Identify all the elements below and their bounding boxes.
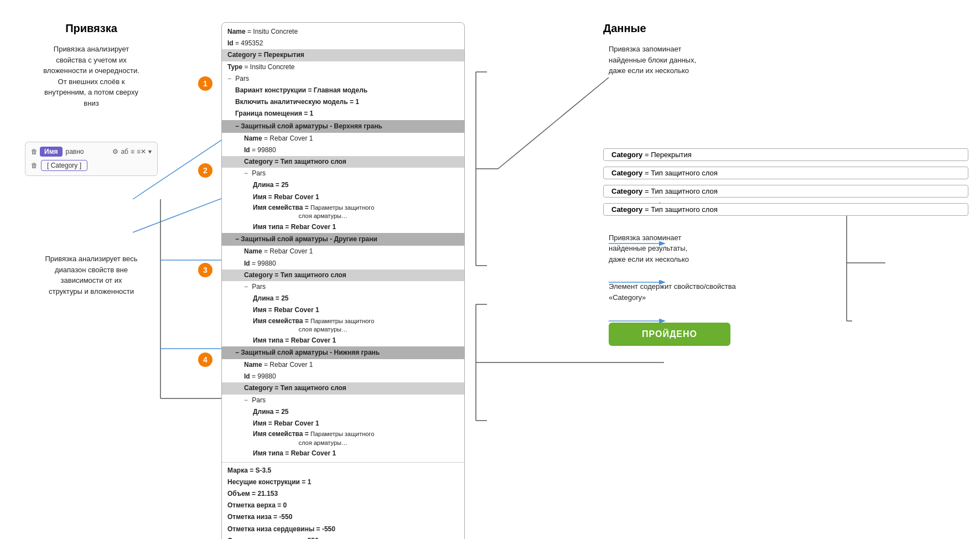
tree-row: Name = Rebar Cover 1 — [222, 133, 464, 144]
trash-icon[interactable]: 🗑 — [31, 148, 38, 156]
tree-row: Id = 495352 — [222, 38, 464, 49]
tree-row: Отметка верха = 0 — [222, 500, 464, 511]
tree-row: Включить аналитическую модель = 1 — [222, 96, 464, 108]
tree-row: Имя типа = Rebar Cover 1 — [222, 448, 464, 459]
tree-row: Отметка низа = -550 — [222, 511, 464, 523]
right-title: Данные — [603, 22, 968, 35]
tree-row: Граница помещения = 1 — [222, 108, 464, 120]
passed-button[interactable]: ПРОЙДЕНО — [609, 323, 730, 346]
tree-box: Name = Insitu Concrete Id = 495352 Categ… — [221, 22, 465, 539]
tree-row: Отметка низа сердцевины = -550 — [222, 524, 464, 535]
badge-3: 3 — [198, 263, 212, 277]
left-desc-bottom: Привязка анализирует весьдиапазон свойст… — [45, 253, 137, 297]
tree-section: − Защитный слой арматуры - Другие грани — [222, 233, 464, 246]
tree-row: Имя типа = Rebar Cover 1 — [222, 221, 464, 233]
tree-row: Длина = 25 — [222, 179, 464, 191]
tree-row: − Pars — [222, 168, 464, 179]
tree-row: Id = 99880 — [222, 258, 464, 270]
filter-eq-label: равно — [66, 148, 84, 156]
list-x-icon[interactable]: ≡✕ — [137, 148, 146, 156]
tree-row: Имя = Rebar Cover 1 — [222, 418, 464, 429]
tree-section: − Защитный слой арматуры - Нижняя грань — [222, 346, 464, 359]
tree-row: Имя семейства = Параметры защитного слоя… — [222, 317, 464, 335]
tree-row: − Pars — [222, 395, 464, 406]
tree-row: Name = Insitu Concrete — [222, 26, 464, 38]
tree-row: Name = Rebar Cover 1 — [222, 246, 464, 257]
filter-name-pill: Имя — [40, 147, 63, 157]
right-desc-bottom: Привязка запоминаетнайденные результаты,… — [609, 232, 786, 265]
filter-widget: 🗑 Имя равно ⚙ аб ≡ ≡✕ ▾ 🗑 [ Category ] — [25, 142, 158, 176]
ab-icon[interactable]: аб — [121, 148, 128, 156]
right-desc-category: Элемент содержит свойство/свойства«Categ… — [609, 281, 786, 303]
tree-row: Имя = Rebar Cover 1 — [222, 191, 464, 203]
tree-row: Id = 99880 — [222, 371, 464, 382]
tree-row: Type = Insitu Concrete — [222, 61, 464, 73]
tree-row: Длина = 25 — [222, 406, 464, 418]
tree-row: Отметка низа съемки = -550 — [222, 535, 464, 539]
tree-row: Name = Rebar Cover 1 — [222, 359, 464, 371]
list-icon[interactable]: ≡ — [131, 148, 134, 156]
category-pill[interactable]: [ Category ] — [41, 160, 87, 171]
tree-row: Вариант конструкции = Главная модель — [222, 85, 464, 96]
data-box-1: Category = Перекрытия — [603, 148, 968, 161]
left-title: Привязка — [65, 22, 117, 35]
tree-row: Марка = S-3.5 — [222, 465, 464, 476]
tree-row: Имя семейства = Параметры защитного слоя… — [222, 429, 464, 448]
badge-4: 4 — [198, 353, 212, 367]
data-box-4: Category = Тип защитного слоя — [603, 203, 968, 216]
tree-category-2: Category = Тип защитного слоя — [222, 156, 464, 168]
left-desc-top: Привязка анализируетсвойства с учетом их… — [43, 44, 139, 108]
tree-row: Имя = Rebar Cover 1 — [222, 304, 464, 316]
data-box-3: Category = Тип защитного слоя — [603, 185, 968, 198]
tree-row: Id = 99880 — [222, 144, 464, 156]
data-box-2: Category = Тип защитного слоя — [603, 167, 968, 179]
tree-category-3: Category = Тип защитного слоя — [222, 270, 464, 281]
chevron-down-icon[interactable]: ▾ — [148, 148, 152, 156]
tree-category-1: Category = Перекрытия — [222, 49, 464, 61]
tree-section: − Защитный слой арматуры - Верхняя грань — [222, 120, 464, 133]
trash-icon-2[interactable]: 🗑 — [31, 162, 38, 169]
right-desc-top: Привязка запоминаетнайденные блоки данны… — [609, 44, 786, 76]
tree-row: Имя типа = Rebar Cover 1 — [222, 335, 464, 346]
tree-row: − Pars — [222, 281, 464, 293]
tree-row: Объем = 21.153 — [222, 488, 464, 500]
tree-row: Имя семейства = Параметры защитного слоя… — [222, 203, 464, 221]
tree-row: Длина = 25 — [222, 293, 464, 304]
badge-2: 2 — [198, 163, 212, 178]
tree-row: − Pars — [222, 73, 464, 85]
tree-category-4: Category = Тип защитного слоя — [222, 382, 464, 394]
svg-line-6 — [498, 77, 609, 169]
badge-1: 1 — [198, 76, 212, 91]
tree-row: Несущие конструкции = 1 — [222, 476, 464, 488]
settings-icon[interactable]: ⚙ — [112, 148, 118, 156]
